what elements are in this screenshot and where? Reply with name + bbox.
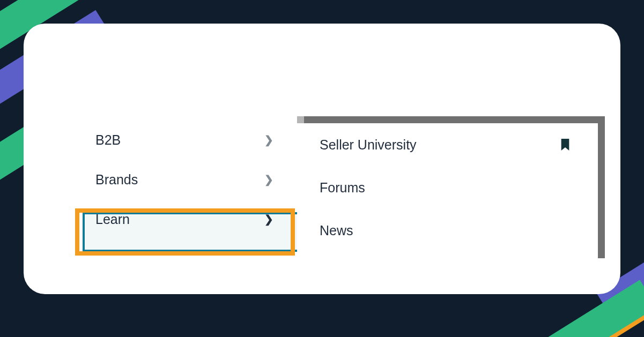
submenu-item-seller-university[interactable]: Seller University	[297, 123, 598, 166]
menu-item-brands[interactable]: Brands ❯	[77, 160, 292, 199]
submenu-item-label: Seller University	[320, 137, 417, 153]
panel-shadow	[598, 116, 605, 258]
submenu-panel: Seller University Forums News	[297, 123, 598, 258]
content-card: B2B ❯ Brands ❯ Learn ❯ Seller University…	[24, 24, 620, 294]
highlight-overlay	[75, 208, 295, 256]
menu-item-label: Brands	[95, 172, 138, 188]
menu-item-b2b[interactable]: B2B ❯	[77, 120, 292, 160]
submenu-list: Seller University Forums News	[297, 123, 598, 258]
menu-item-label: B2B	[95, 132, 121, 148]
chevron-right-icon: ❯	[264, 133, 273, 146]
bookmark-icon	[560, 139, 570, 151]
submenu-item-label: News	[320, 223, 353, 238]
submenu-item-label: Forums	[320, 180, 365, 196]
panel-shadow	[297, 116, 605, 123]
submenu-item-forums[interactable]: Forums	[297, 166, 598, 209]
chevron-right-icon: ❯	[264, 173, 273, 186]
submenu-item-news[interactable]: News	[297, 209, 598, 252]
